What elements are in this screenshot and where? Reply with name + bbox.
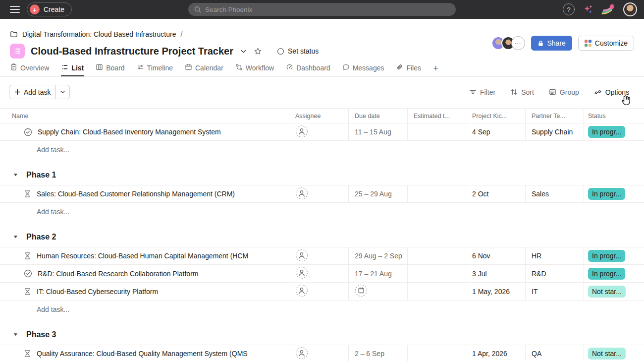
task-name-cell[interactable]: Supply Chain: Cloud-Based Inventory Mana…	[0, 123, 289, 140]
task-row[interactable]: R&D: Cloud-Based Research Collaboration …	[0, 265, 644, 283]
due-date-cell[interactable]: 17 – 21 Aug	[348, 265, 407, 282]
add-view-button[interactable]: +	[433, 62, 438, 76]
project-kickoff-cell[interactable]: 6 Nov	[466, 247, 525, 264]
task-name-cell[interactable]: IT: Cloud-Based Cybersecurity Platform	[0, 283, 289, 300]
hourglass-icon[interactable]	[24, 350, 31, 358]
sort-button[interactable]: Sort	[510, 88, 534, 96]
hourglass-icon[interactable]	[24, 252, 31, 260]
project-kickoff-cell[interactable]: 2 Oct	[466, 185, 525, 202]
add-task-row[interactable]: Add task...	[0, 141, 644, 159]
status-badge[interactable]: In progr...	[588, 126, 625, 138]
status-cell[interactable]: Not star...	[584, 345, 644, 361]
status-badge[interactable]: Not star...	[588, 348, 626, 360]
phoenix-logo-icon[interactable]	[601, 3, 615, 15]
assignee-placeholder-icon[interactable]	[295, 187, 308, 201]
ai-sparkles-icon[interactable]	[583, 4, 593, 15]
assignee-placeholder-icon[interactable]	[295, 284, 308, 299]
user-avatar[interactable]	[623, 2, 637, 16]
column-header[interactable]: Estimated t...	[407, 109, 466, 123]
task-row[interactable]: Quality Assurance: Cloud-Based Quality M…	[0, 345, 644, 361]
project-kickoff-cell[interactable]: 4 Sep	[466, 123, 525, 140]
assignee-placeholder-icon[interactable]	[295, 125, 308, 139]
hourglass-icon[interactable]	[24, 190, 31, 198]
estimated-time-cell[interactable]	[407, 265, 466, 282]
add-task-button[interactable]: Add task	[9, 85, 55, 99]
add-task-row[interactable]: Add task...	[0, 203, 644, 221]
assignee-cell[interactable]	[289, 247, 348, 264]
project-kickoff-cell[interactable]: 1 May, 2026	[466, 283, 525, 300]
project-kickoff-cell[interactable]: 3 Jul	[466, 265, 525, 282]
estimated-time-cell[interactable]	[407, 345, 466, 361]
partner-team-cell[interactable]: Supply Chain	[525, 123, 584, 140]
filter-button[interactable]: Filter	[469, 88, 495, 96]
help-icon[interactable]: ?	[563, 3, 575, 15]
partner-team-cell[interactable]: Sales	[525, 185, 584, 202]
tab-dashboard[interactable]: Dashboard	[286, 62, 330, 76]
column-header[interactable]: Due date	[348, 109, 407, 123]
customize-button[interactable]: Customize	[578, 36, 634, 51]
hamburger-menu-icon[interactable]	[10, 6, 20, 13]
status-cell[interactable]: In progr...	[584, 185, 644, 202]
add-task-row[interactable]: Add task...	[0, 301, 644, 318]
assignee-cell[interactable]	[289, 345, 348, 361]
assignee-placeholder-icon[interactable]	[295, 347, 308, 361]
column-header[interactable]: Partner Te...	[525, 109, 584, 123]
chevron-down-icon[interactable]	[240, 48, 247, 55]
column-header[interactable]: Status	[584, 109, 644, 123]
section-header[interactable]: Phase 1	[0, 168, 644, 182]
set-status-button[interactable]: Set status	[277, 47, 319, 55]
project-kickoff-cell[interactable]: 1 Apr, 2026	[466, 345, 525, 361]
check-circle-icon[interactable]	[24, 269, 32, 278]
task-name-cell[interactable]: Quality Assurance: Cloud-Based Quality M…	[0, 345, 289, 361]
assignee-cell[interactable]	[289, 185, 348, 202]
tab-messages[interactable]: Messages	[342, 62, 384, 76]
partner-team-cell[interactable]: QA	[525, 345, 584, 361]
hourglass-icon[interactable]	[24, 288, 31, 296]
section-collapse-icon[interactable]	[13, 234, 18, 241]
estimated-time-cell[interactable]	[407, 283, 466, 300]
tab-files[interactable]: Files	[396, 62, 421, 76]
due-date-cell[interactable]	[348, 283, 407, 300]
status-cell[interactable]: In progr...	[584, 123, 644, 140]
column-header[interactable]: Project Kic...	[466, 109, 525, 123]
partner-team-cell[interactable]: IT	[525, 283, 584, 300]
member-avatars[interactable]: ···	[491, 36, 525, 50]
check-circle-icon[interactable]	[24, 128, 32, 136]
share-button[interactable]: Share	[531, 36, 572, 51]
column-header[interactable]: Name	[0, 109, 289, 123]
tab-calendar[interactable]: Calendar	[185, 62, 223, 76]
assignee-placeholder-icon[interactable]	[295, 249, 308, 263]
task-row[interactable]: Sales: Cloud-Based Customer Relationship…	[0, 185, 644, 203]
task-name-cell[interactable]: Sales: Cloud-Based Customer Relationship…	[0, 185, 289, 202]
add-task-dropdown-button[interactable]	[55, 85, 69, 99]
search-input[interactable]: Search Phoenix	[188, 3, 456, 16]
estimated-time-cell[interactable]	[407, 185, 466, 202]
task-row[interactable]: Supply Chain: Cloud-Based Inventory Mana…	[0, 123, 644, 141]
status-cell[interactable]: Not star...	[584, 283, 644, 300]
due-date-cell[interactable]: 29 Aug – 2 Sep	[348, 247, 407, 264]
estimated-time-cell[interactable]	[407, 247, 466, 264]
estimated-time-cell[interactable]	[407, 123, 466, 140]
tab-workflow[interactable]: Workflow	[235, 62, 274, 76]
partner-team-cell[interactable]: HR	[525, 247, 584, 264]
group-button[interactable]: Group	[549, 88, 579, 96]
status-cell[interactable]: In progr...	[584, 265, 644, 282]
partner-team-cell[interactable]: R&D	[525, 265, 584, 282]
assignee-cell[interactable]	[289, 265, 348, 282]
due-date-cell[interactable]: 11 – 15 Aug	[348, 123, 407, 140]
due-date-cell[interactable]: 25 – 29 Aug	[348, 185, 407, 202]
task-name-cell[interactable]: Human Resources: Cloud-Based Human Capit…	[0, 247, 289, 264]
member-avatar-overflow[interactable]: ···	[511, 36, 525, 50]
tab-timeline[interactable]: Timeline	[137, 62, 173, 76]
task-row[interactable]: Human Resources: Cloud-Based Human Capit…	[0, 247, 644, 265]
section-collapse-icon[interactable]	[13, 172, 18, 179]
project-list-icon[interactable]	[10, 44, 25, 59]
options-button[interactable]: Options	[594, 88, 629, 96]
section-collapse-icon[interactable]	[13, 332, 18, 338]
task-row[interactable]: IT: Cloud-Based Cybersecurity Platform1 …	[0, 283, 644, 301]
due-date-placeholder-icon[interactable]	[355, 284, 368, 299]
column-header[interactable]: Assignee	[289, 109, 348, 123]
tab-board[interactable]: Board	[96, 62, 124, 76]
status-cell[interactable]: In progr...	[584, 247, 644, 264]
status-badge[interactable]: In progr...	[588, 268, 625, 280]
